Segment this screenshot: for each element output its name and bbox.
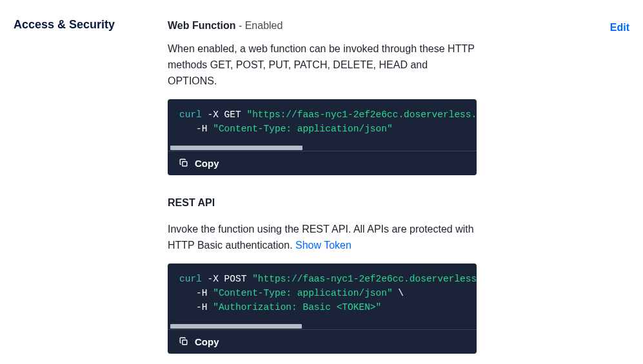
- web-function-status: - Enabled: [235, 20, 282, 31]
- code-line: curl -X GET "https://faas-nyc1-2ef2e6cc.…: [179, 108, 465, 122]
- main-content: Web Function - Enabled When enabled, a w…: [168, 18, 477, 354]
- scrollbar-thumb[interactable]: [170, 146, 302, 150]
- code-flag: -H: [196, 302, 213, 312]
- scrollbar-thumb[interactable]: [170, 324, 302, 329]
- code-string: "Content-Type: application/json": [213, 288, 392, 298]
- scrollbar-track[interactable]: [168, 146, 477, 151]
- web-function-header: Web Function - Enabled: [168, 18, 477, 34]
- copy-icon: [179, 158, 188, 168]
- code-string: "https://faas-nyc1-2ef2e6cc.doserverless…: [246, 110, 477, 120]
- show-token-link[interactable]: Show Token: [295, 240, 351, 251]
- web-function-description: When enabled, a web function can be invo…: [168, 41, 477, 89]
- code-line: -H "Authorization: Basic <TOKEN>": [179, 301, 465, 315]
- code-command: curl: [179, 274, 202, 284]
- copy-label: Copy: [195, 336, 219, 347]
- code-string: "https://faas-nyc1-2ef2e6cc.doserverless…: [252, 274, 477, 284]
- svg-rect-1: [183, 340, 187, 345]
- rest-api-description: Invoke the function using the REST API. …: [168, 222, 477, 254]
- code-tail: \: [393, 288, 404, 298]
- code-pad: [179, 124, 196, 134]
- copy-button[interactable]: Copy: [168, 151, 477, 175]
- web-function-section: Web Function - Enabled When enabled, a w…: [168, 18, 477, 175]
- code-pad: [179, 288, 196, 298]
- rest-api-title: REST API: [168, 197, 477, 209]
- web-function-code-block: curl -X GET "https://faas-nyc1-2ef2e6cc.…: [168, 99, 477, 146]
- edit-link[interactable]: Edit: [610, 22, 629, 34]
- code-string: "Authorization: Basic <TOKEN>": [213, 302, 381, 312]
- copy-icon: [179, 337, 188, 346]
- code-line: curl -X POST "https://faas-nyc1-2ef2e6cc…: [179, 273, 465, 287]
- code-flag: -X GET: [202, 110, 247, 120]
- code-command: curl: [179, 110, 202, 120]
- scrollbar-track[interactable]: [168, 324, 477, 329]
- code-pad: [179, 302, 196, 312]
- code-line: -H "Content-Type: application/json" \: [179, 287, 465, 301]
- svg-rect-0: [183, 162, 187, 166]
- code-line: -H "Content-Type: application/json": [179, 122, 465, 137]
- copy-button[interactable]: Copy: [168, 329, 477, 354]
- sidebar-section: Access & Security: [14, 18, 168, 32]
- code-flag: -X POST: [202, 274, 252, 284]
- rest-api-code-block: curl -X POST "https://faas-nyc1-2ef2e6cc…: [168, 263, 477, 323]
- code-string: "Content-Type: application/json": [213, 124, 392, 134]
- copy-label: Copy: [195, 158, 219, 169]
- main-container: Access & Security Web Function - Enabled…: [14, 18, 629, 354]
- web-function-title: Web Function: [168, 20, 235, 31]
- code-flag: -H: [196, 288, 213, 298]
- rest-api-section: REST API Invoke the function using the R…: [168, 197, 477, 354]
- sidebar-title: Access & Security: [14, 18, 168, 32]
- section-gap: [168, 175, 477, 197]
- code-flag: -H: [196, 124, 213, 134]
